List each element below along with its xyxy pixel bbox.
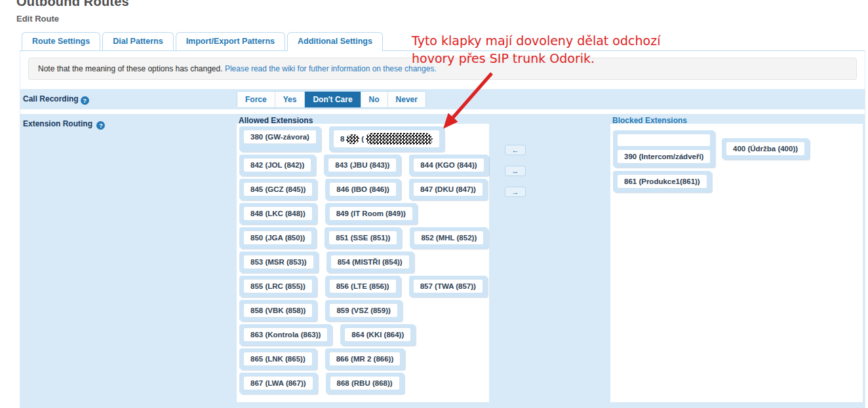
move-right-button[interactable]: →: [505, 187, 526, 197]
extension-button[interactable]: 866 (MR 2 (866)): [329, 352, 401, 366]
extension-button[interactable]: 8(: [333, 130, 440, 148]
extension-button[interactable]: 850 (JGA (850)): [243, 231, 312, 245]
extension-button[interactable]: 845 (GCZ (845)): [243, 182, 313, 196]
call-recording-label-text: Call Recording: [23, 94, 79, 103]
redacted-open-paren: (: [361, 135, 364, 143]
allowed-extensions-row: 867 (LWA (867))868 (RBU (868)): [239, 373, 486, 394]
allowed-extensions-row: 848 (LKC (848))849 (IT Room (849)): [239, 203, 486, 224]
tab-additional-settings[interactable]: Additional Settings: [287, 32, 383, 50]
annotation-line1: Tyto klapky mají dovoleny dělat odchozí: [412, 32, 660, 50]
call-recording-option[interactable]: Yes: [275, 92, 306, 107]
page-subtitle: Edit Route: [16, 14, 868, 24]
call-recording-label: Call Recording?: [20, 94, 237, 105]
allowed-extension-item[interactable]: 867 (LWA (867)): [239, 373, 317, 394]
allowed-extension-item[interactable]: 851 (SSE (851)): [325, 227, 401, 248]
allowed-extension-item[interactable]: 866 (MR 2 (866)): [325, 348, 405, 369]
extension-button[interactable]: 854 (MISTŘI (854)): [330, 255, 410, 269]
allowed-extension-item[interactable]: 857 (TWA (857)): [409, 276, 487, 297]
blocked-extension-item[interactable]: 400 (Údržba (400)): [722, 138, 809, 159]
annotation-text: Tyto klapky mají dovoleny dělat odchozí …: [412, 32, 660, 67]
allowed-extension-item[interactable]: 846 (IBO (846)): [325, 179, 401, 200]
extension-button[interactable]: 863 (Kontrola (863)): [243, 327, 328, 342]
allowed-extensions-row: 845 (GCZ (845))846 (IBO (846))847 (DKU (…: [239, 179, 486, 200]
extension-button[interactable]: 847 (DKU (847)): [413, 182, 483, 196]
extension-button[interactable]: 380 (GW-závora): [243, 130, 317, 144]
allowed-extension-item[interactable]: 850 (JGA (850)): [239, 227, 316, 248]
extension-button[interactable]: 855 (LRC (855)): [243, 279, 313, 293]
extension-button[interactable]: 865 (LNK (865)): [243, 352, 313, 366]
wiki-link[interactable]: Please read the wiki for futher informat…: [225, 64, 437, 73]
tab-import-export-patterns[interactable]: Import/Export Patterns: [176, 32, 285, 50]
extension-button[interactable]: 848 (LKC (848)): [243, 206, 313, 221]
allowed-extension-item[interactable]: 849 (IT Room (849)): [325, 203, 417, 224]
allowed-extension-item[interactable]: 848 (LKC (848)): [239, 203, 317, 224]
allowed-extension-item[interactable]: 864 (KKI (864)): [340, 324, 415, 345]
extension-button[interactable]: 857 (TWA (857)): [413, 279, 483, 293]
blocked-extension-861[interactable]: 861 (Produkce1(861)): [617, 174, 707, 189]
page-title: Outbound Routes: [16, 0, 868, 9]
allowed-extension-item[interactable]: 859 (VSZ (859)): [325, 300, 401, 321]
call-recording-option[interactable]: Force: [237, 92, 275, 107]
extension-button[interactable]: 842 (JOL (842)): [243, 158, 311, 172]
allowed-extension-item[interactable]: 856 (LTE (856)): [325, 276, 401, 297]
redacted-prefix: 8: [340, 135, 344, 143]
move-left-button[interactable]: ←: [505, 145, 526, 155]
allowed-extension-item[interactable]: 842 (JOL (842)): [239, 155, 315, 176]
extension-routing-section: Extension Routing ? Allowed Extensions 3…: [20, 114, 865, 408]
allowed-extension-item[interactable]: 868 (RBU (868)): [326, 373, 404, 394]
blocked-extension-400[interactable]: 400 (Údržba (400)): [726, 141, 805, 156]
extension-button[interactable]: 868 (RBU (868)): [330, 376, 400, 390]
allowed-extension-item[interactable]: 845 (GCZ (845)): [239, 179, 317, 200]
help-icon[interactable]: ?: [96, 121, 105, 130]
allowed-extensions-row: 380 (GW-závora)8(: [239, 126, 486, 151]
arrow-right-icon: →: [512, 189, 519, 196]
call-recording-option[interactable]: Don't Care: [305, 92, 361, 107]
blocked-extension-empty[interactable]: [617, 134, 711, 147]
blocked-extension-group[interactable]: 390 (Intercom/zádveři): [613, 130, 715, 167]
move-both-button[interactable]: ↔: [505, 166, 526, 176]
tab-dial-patterns[interactable]: Dial Patterns: [102, 32, 173, 50]
allowed-extensions-row: 850 (JGA (850))851 (SSE (851))852 (MHL (…: [239, 227, 486, 248]
allowed-extensions-row: 842 (JOL (842))843 (JBU (843))844 (KGO (…: [239, 155, 486, 176]
allowed-extension-item[interactable]: 380 (GW-závora): [239, 126, 321, 151]
help-icon[interactable]: ?: [81, 96, 89, 105]
allowed-extensions-panel: 380 (GW-závora)8(842 (JOL (842))843 (JBU…: [237, 124, 489, 402]
allowed-extension-item[interactable]: 858 (VBK (858)): [239, 300, 317, 321]
allowed-extension-item[interactable]: 865 (LNK (865)): [239, 348, 317, 369]
allowed-extension-item[interactable]: 855 (LRC (855)): [239, 276, 317, 297]
allowed-extension-item[interactable]: 863 (Kontrola (863)): [239, 324, 332, 345]
allowed-extensions-row: 863 (Kontrola (863))864 (KKI (864)): [239, 324, 486, 345]
call-recording-row: Call Recording? ForceYesDon't CareNoNeve…: [20, 89, 865, 109]
blocked-extension-390[interactable]: 390 (Intercom/zádveři): [617, 149, 711, 164]
extension-button[interactable]: 844 (KGO (844)): [413, 158, 484, 172]
redaction-scribble: [366, 133, 433, 145]
redaction-scribble: [346, 134, 359, 144]
allowed-extension-item[interactable]: 852 (MHL (852)): [410, 227, 488, 248]
call-recording-option[interactable]: No: [361, 92, 388, 107]
transfer-buttons: ← ↔ →: [505, 145, 526, 197]
extension-button[interactable]: 858 (VBK (858)): [243, 303, 313, 318]
call-recording-option[interactable]: Never: [388, 92, 425, 107]
allowed-extensions-row: 858 (VBK (858))859 (VSZ (859)): [239, 300, 486, 321]
blocked-extension-item[interactable]: 861 (Produkce1(861)): [613, 171, 711, 192]
extension-button[interactable]: 846 (IBO (846)): [329, 182, 397, 196]
allowed-extension-item[interactable]: 847 (DKU (847)): [409, 179, 487, 200]
allowed-extension-item[interactable]: 844 (KGO (844)): [409, 155, 488, 176]
annotation-line2: hovory přes SIP trunk Odorik.: [412, 50, 660, 67]
extension-button[interactable]: 856 (LTE (856)): [329, 279, 397, 293]
allowed-extension-item[interactable]: 854 (MISTŘI (854)): [326, 251, 414, 272]
extension-button[interactable]: 851 (SSE (851)): [328, 231, 397, 245]
allowed-extension-item[interactable]: 843 (JBU (843)): [324, 155, 401, 176]
extension-button[interactable]: 843 (JBU (843)): [328, 158, 397, 172]
extension-button[interactable]: 852 (MHL (852)): [414, 231, 484, 245]
extension-button[interactable]: 853 (MSR (853)): [243, 255, 314, 269]
allowed-extension-item[interactable]: 853 (MSR (853)): [239, 251, 318, 272]
extension-button[interactable]: 867 (LWA (867)): [243, 376, 313, 390]
extension-button[interactable]: 864 (KKI (864)): [344, 327, 411, 342]
allowed-extension-item[interactable]: 8(: [329, 126, 444, 151]
tab-route-settings[interactable]: Route Settings: [22, 32, 100, 50]
extension-routing-label-text: Extension Routing: [23, 119, 92, 128]
extension-button[interactable]: 859 (VSZ (859)): [329, 303, 397, 318]
extension-button[interactable]: 849 (IT Room (849)): [329, 206, 413, 221]
allowed-extensions-row: 853 (MSR (853))854 (MISTŘI (854)): [239, 251, 486, 272]
